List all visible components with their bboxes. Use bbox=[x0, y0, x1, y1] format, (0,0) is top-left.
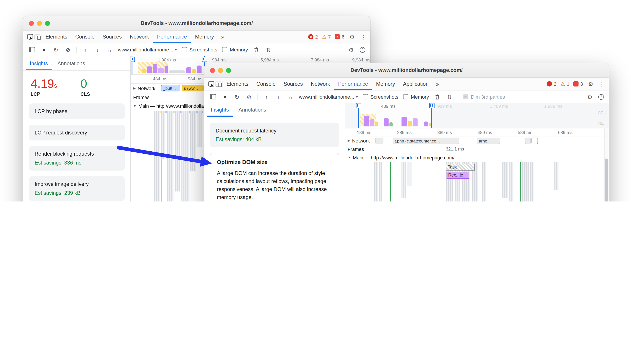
close-button[interactable] bbox=[29, 21, 34, 26]
insight-card-lcp-request-discovery[interactable]: LCP request discovery bbox=[29, 124, 125, 140]
memory-checkbox-row[interactable]: Memory bbox=[403, 94, 429, 100]
insight-card-lcp-by-phase[interactable]: LCP by phase bbox=[29, 103, 125, 119]
inspect-icon[interactable] bbox=[26, 33, 34, 40]
tab-insights[interactable]: Insights bbox=[207, 103, 233, 117]
capture-settings-icon[interactable]: ⇅ bbox=[446, 93, 453, 100]
garbage-collect-icon[interactable] bbox=[434, 93, 441, 100]
settings-gear-icon[interactable]: ⚙ bbox=[587, 80, 594, 88]
memory-checkbox[interactable] bbox=[403, 94, 408, 99]
tab-network[interactable]: Network bbox=[307, 78, 334, 90]
tab-console[interactable]: Console bbox=[71, 30, 98, 43]
lcp-metric[interactable]: 4.19s LCP bbox=[30, 77, 57, 97]
screenshots-checkbox-row[interactable]: Screenshots bbox=[363, 94, 398, 100]
network-request-chip[interactable] bbox=[532, 138, 538, 144]
tab-console[interactable]: Console bbox=[252, 78, 280, 90]
device-toolbar-icon[interactable] bbox=[34, 33, 41, 40]
gear-icon[interactable]: ⚙ bbox=[586, 93, 594, 100]
tab-memory[interactable]: Memory bbox=[191, 30, 218, 43]
overview-handle-right[interactable] bbox=[431, 103, 432, 128]
download-profile-icon[interactable]: ↓ bbox=[94, 46, 101, 54]
warning-badge[interactable]: ⚠ 7 bbox=[322, 34, 331, 40]
tab-elements[interactable]: Elements bbox=[222, 78, 252, 90]
tab-application[interactable]: Application bbox=[399, 78, 432, 90]
tab-network[interactable]: Network bbox=[126, 30, 153, 43]
network-request-chip[interactable]: s (ww... bbox=[182, 85, 204, 91]
history-select[interactable]: www.milliondollarhome... ▾ bbox=[299, 94, 358, 100]
cls-metric[interactable]: 0 CLS bbox=[80, 77, 90, 97]
insight-card-render-blocking[interactable]: Render blocking requests Est savings: 33… bbox=[29, 146, 125, 170]
error-badge[interactable]: × 2 bbox=[547, 81, 556, 86]
reload-record-icon[interactable]: ↻ bbox=[233, 93, 241, 100]
error-badge[interactable]: × 2 bbox=[308, 34, 318, 40]
issues-badge[interactable]: ! 3 bbox=[574, 81, 583, 86]
scrollbar-thumb[interactable] bbox=[605, 158, 608, 202]
network-track[interactable]: ▶ Network t.php (c.statcounter.co... arh… bbox=[345, 136, 609, 146]
gear-icon[interactable]: ⚙ bbox=[348, 46, 355, 54]
minimize-button[interactable] bbox=[218, 68, 223, 72]
warning-badge[interactable]: ⚠ 1 bbox=[560, 81, 569, 87]
frames-track[interactable]: Frames 321.1 ms bbox=[345, 145, 609, 153]
tab-sources[interactable]: Sources bbox=[280, 78, 307, 90]
kebab-menu-icon[interactable]: ⋮ bbox=[360, 33, 367, 40]
issues-badge[interactable]: ! 6 bbox=[335, 34, 344, 40]
capture-settings-icon[interactable]: ⇅ bbox=[265, 46, 272, 54]
help-icon[interactable]: ? bbox=[360, 47, 365, 52]
timeline-overview[interactable]: 489 ms 989 ms 1,489 ms 1,989 ms CPU NET bbox=[345, 103, 609, 128]
record-icon[interactable]: ● bbox=[221, 93, 229, 100]
reload-record-icon[interactable]: ↻ bbox=[52, 46, 60, 54]
screenshots-checkbox-row[interactable]: Screenshots bbox=[182, 47, 217, 52]
tab-annotations[interactable]: Annotations bbox=[234, 103, 270, 117]
insight-card-doc-request-latency[interactable]: Document request latency Est savings: 40… bbox=[210, 123, 339, 147]
network-request-chip[interactable]: arho... bbox=[477, 138, 500, 144]
help-icon[interactable]: ? bbox=[598, 94, 604, 100]
home-icon[interactable]: ⌂ bbox=[106, 46, 113, 54]
record-icon[interactable]: ● bbox=[40, 46, 48, 54]
upload-profile-icon[interactable]: ↑ bbox=[82, 46, 89, 54]
main-track[interactable]: ▼ Main — http://www.milliondollarhomepag… bbox=[345, 153, 609, 162]
kebab-menu-icon[interactable]: ⋮ bbox=[598, 80, 606, 88]
network-request-chip[interactable]: _butt... bbox=[161, 85, 180, 91]
network-request-chip[interactable]: t.php (c.statcounter.co... bbox=[393, 138, 459, 144]
device-toolbar-icon[interactable] bbox=[215, 80, 222, 88]
recalculate-style-chip[interactable]: Rec...le bbox=[447, 172, 469, 179]
zoom-button[interactable] bbox=[226, 68, 231, 72]
network-request-chip[interactable] bbox=[376, 138, 384, 144]
overview-handle-left[interactable] bbox=[132, 56, 132, 74]
download-profile-icon[interactable]: ↓ bbox=[275, 93, 282, 100]
dim-third-parties-row[interactable]: Dim 3rd parties bbox=[463, 94, 505, 100]
task-chip[interactable]: Task bbox=[446, 164, 475, 170]
screenshots-checkbox[interactable] bbox=[182, 47, 187, 52]
clear-icon[interactable]: ⊘ bbox=[64, 46, 72, 54]
settings-gear-icon[interactable]: ⚙ bbox=[348, 33, 356, 40]
toggle-sidebar-icon[interactable] bbox=[209, 93, 217, 100]
upload-profile-icon[interactable]: ↑ bbox=[263, 93, 270, 100]
home-icon[interactable]: ⌂ bbox=[287, 93, 294, 100]
dim-third-parties-checkbox[interactable] bbox=[463, 94, 468, 99]
zoom-button[interactable] bbox=[45, 21, 50, 26]
more-tabs-icon[interactable]: » bbox=[432, 80, 442, 87]
tab-sources[interactable]: Sources bbox=[99, 30, 126, 43]
inspect-icon[interactable] bbox=[208, 80, 215, 88]
flame-chart-canvas[interactable]: Task Rec...le bbox=[345, 162, 609, 202]
tab-annotations[interactable]: Annotations bbox=[54, 56, 89, 70]
history-select[interactable]: www.milliondollarhome... ▾ bbox=[118, 47, 177, 52]
tab-performance[interactable]: Performance bbox=[153, 30, 191, 43]
memory-checkbox[interactable] bbox=[222, 47, 227, 52]
garbage-collect-icon[interactable] bbox=[253, 46, 260, 54]
close-button[interactable] bbox=[210, 68, 215, 72]
network-request-chip[interactable] bbox=[525, 138, 530, 144]
scrollbar-track[interactable] bbox=[604, 128, 609, 202]
minimize-button[interactable] bbox=[37, 21, 42, 26]
titlebar[interactable]: DevTools - www.milliondollarhomepage.com… bbox=[24, 16, 370, 30]
titlebar[interactable]: DevTools - www.milliondollarhomepage.com… bbox=[204, 63, 609, 78]
optimize-dom-size-card[interactable]: Optimize DOM size A large DOM can increa… bbox=[210, 153, 339, 202]
memory-checkbox-row[interactable]: Memory bbox=[222, 47, 248, 52]
toggle-sidebar-icon[interactable] bbox=[28, 46, 36, 54]
tab-memory[interactable]: Memory bbox=[372, 78, 399, 90]
more-tabs-icon[interactable]: » bbox=[218, 34, 228, 40]
overview-handle-left[interactable] bbox=[358, 103, 359, 128]
tab-insights[interactable]: Insights bbox=[26, 56, 52, 70]
tab-performance[interactable]: Performance bbox=[334, 78, 372, 90]
screenshots-checkbox[interactable] bbox=[363, 94, 368, 99]
clear-icon[interactable]: ⊘ bbox=[245, 93, 253, 100]
